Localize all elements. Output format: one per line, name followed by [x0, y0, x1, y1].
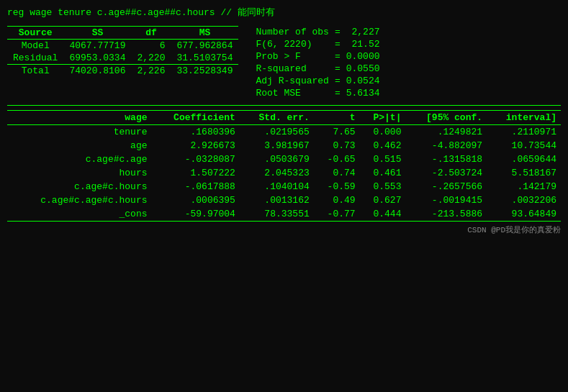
stat-value: 5.6134 [343, 87, 383, 99]
coef-cell-2: .0219565 [240, 125, 314, 140]
stat-value: 21.52 [343, 38, 383, 50]
stat-eq: = [332, 50, 343, 63]
stat-eq: = [332, 63, 343, 75]
coef-cell-2: .1040104 [240, 180, 314, 193]
anova-row-df: 2,226 [131, 65, 171, 78]
coef-cell-5: .1249821 [405, 125, 487, 140]
anova-row-ms: 31.5103754 [171, 52, 238, 65]
coef-header-3: t [314, 111, 360, 125]
coef-table: wageCoefficientStd. err.tP>|t|[95% conf.… [7, 110, 561, 222]
coef-cell-6: .0032206 [487, 193, 561, 207]
command-line: reg wage tenure c.age##c.age##c.hours //… [7, 6, 561, 19]
anova-row-ss: 74020.8106 [63, 65, 131, 78]
stat-eq: = [332, 75, 343, 87]
coef-cell-6: 93.64849 [487, 207, 561, 222]
coef-cell-1: -.0328087 [152, 152, 240, 166]
coef-cell-6: .0659644 [487, 152, 561, 166]
stat-label: F(6, 2220) [253, 38, 331, 50]
coef-cell-3: 0.74 [314, 166, 360, 180]
coef-header-2: Std. err. [240, 111, 314, 125]
anova-header-df: df [131, 27, 171, 40]
stat-label: Root MSE [253, 87, 331, 99]
stats-section: Number of obs=2,227F(6, 2220)=21.52Prob … [253, 26, 382, 99]
coef-cell-3: -0.59 [314, 180, 360, 193]
stat-value: 0.0524 [343, 75, 383, 87]
stat-eq: = [332, 38, 343, 50]
anova-section: Source SS df MS Model4067.777196677.9628… [7, 26, 561, 99]
anova-table: Source SS df MS Model4067.777196677.9628… [7, 26, 238, 77]
stat-value: 2,227 [343, 26, 383, 38]
main-container: reg wage tenure c.age##c.age##c.hours //… [0, 0, 568, 241]
anova-row-ms: 33.2528349 [171, 65, 238, 78]
anova-row-label: Total [7, 65, 63, 78]
coef-header-1: Coefficient [152, 111, 240, 125]
coef-var-name: tenure [7, 125, 152, 140]
stat-label: Adj R-squared [253, 75, 331, 87]
coef-header-0: wage [7, 111, 152, 125]
anova-row-ss: 4067.77719 [63, 40, 131, 53]
coef-cell-6: .2110971 [487, 125, 561, 140]
anova-row-label: Residual [7, 52, 63, 65]
coef-cell-2: 2.045323 [240, 166, 314, 180]
coef-cell-2: .0503679 [240, 152, 314, 166]
coef-cell-5: -.1315818 [405, 152, 487, 166]
coef-cell-4: 0.553 [360, 180, 406, 193]
coef-var-name: c.age#c.age#c.hours [7, 193, 152, 207]
anova-header-source: Source [7, 27, 63, 40]
stat-value: 0.0550 [343, 63, 383, 75]
stats-table: Number of obs=2,227F(6, 2220)=21.52Prob … [253, 26, 382, 99]
coef-var-name: c.age#c.hours [7, 180, 152, 193]
anova-header-ms: MS [171, 27, 238, 40]
anova-row-ms: 677.962864 [171, 40, 238, 53]
coef-cell-6: 5.518167 [487, 166, 561, 180]
anova-row-df: 6 [131, 40, 171, 53]
anova-row-ss: 69953.0334 [63, 52, 131, 65]
coef-cell-4: 0.462 [360, 139, 406, 152]
coef-cell-2: 3.981967 [240, 139, 314, 152]
coef-cell-5: -.2657566 [405, 180, 487, 193]
coef-var-name: hours [7, 166, 152, 180]
coef-cell-1: -.0617888 [152, 180, 240, 193]
stat-eq: = [332, 26, 343, 38]
coef-cell-1: 1.507222 [152, 166, 240, 180]
coef-cell-5: -4.882097 [405, 139, 487, 152]
coef-cell-2: .0013162 [240, 193, 314, 207]
coef-cell-6: 10.73544 [487, 139, 561, 152]
coef-cell-3: 7.65 [314, 125, 360, 140]
anova-row-label: Model [7, 40, 63, 53]
coef-header-4: P>|t| [360, 111, 406, 125]
coef-cell-3: 0.73 [314, 139, 360, 152]
coef-cell-4: 0.515 [360, 152, 406, 166]
footer-text: CSDN @PD我是你的真爱粉 [467, 226, 561, 234]
anova-header-ss: SS [63, 27, 131, 40]
coef-cell-1: .0006395 [152, 193, 240, 207]
anova-row-df: 2,220 [131, 52, 171, 65]
stat-label: Prob > F [253, 50, 331, 63]
coef-cell-1: -59.97004 [152, 207, 240, 222]
coef-cell-3: -0.65 [314, 152, 360, 166]
coef-var-name: _cons [7, 207, 152, 222]
stat-eq: = [332, 87, 343, 99]
coef-cell-3: -0.77 [314, 207, 360, 222]
coef-cell-4: 0.000 [360, 125, 406, 140]
coef-cell-5: -213.5886 [405, 207, 487, 222]
coef-header-6: interval] [487, 111, 561, 125]
anova-left: Source SS df MS Model4067.777196677.9628… [7, 26, 238, 99]
footer: CSDN @PD我是你的真爱粉 [7, 224, 561, 235]
stat-label: R-squared [253, 63, 331, 75]
coef-cell-4: 0.444 [360, 207, 406, 222]
stat-value: 0.0000 [343, 50, 383, 63]
coef-var-name: c.age#c.age [7, 152, 152, 166]
coef-cell-3: 0.49 [314, 193, 360, 207]
coef-cell-5: -.0019415 [405, 193, 487, 207]
coef-cell-5: -2.503724 [405, 166, 487, 180]
coef-cell-1: .1680396 [152, 125, 240, 140]
command-text: reg wage tenure c.age##c.age##c.hours //… [7, 7, 275, 18]
stat-label: Number of obs [253, 26, 331, 38]
coef-cell-4: 0.461 [360, 166, 406, 180]
coef-cell-6: .142179 [487, 180, 561, 193]
coef-var-name: age [7, 139, 152, 152]
section-divider [7, 105, 561, 106]
coef-header-5: [95% conf. [405, 111, 487, 125]
coef-cell-1: 2.926673 [152, 139, 240, 152]
